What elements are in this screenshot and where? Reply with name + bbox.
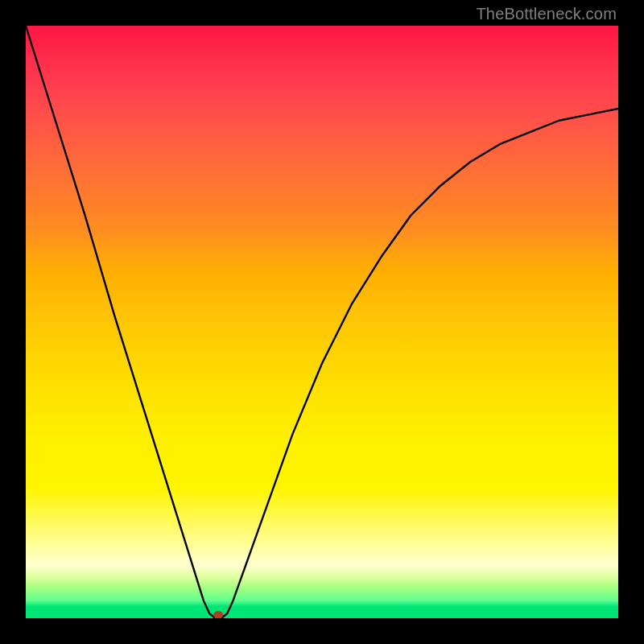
chart-frame: TheBottleneck.com [0, 0, 644, 644]
plot-area [26, 26, 618, 618]
minimum-marker [213, 611, 223, 618]
watermark-label: TheBottleneck.com [476, 5, 617, 23]
bottleneck-curve [26, 26, 618, 618]
